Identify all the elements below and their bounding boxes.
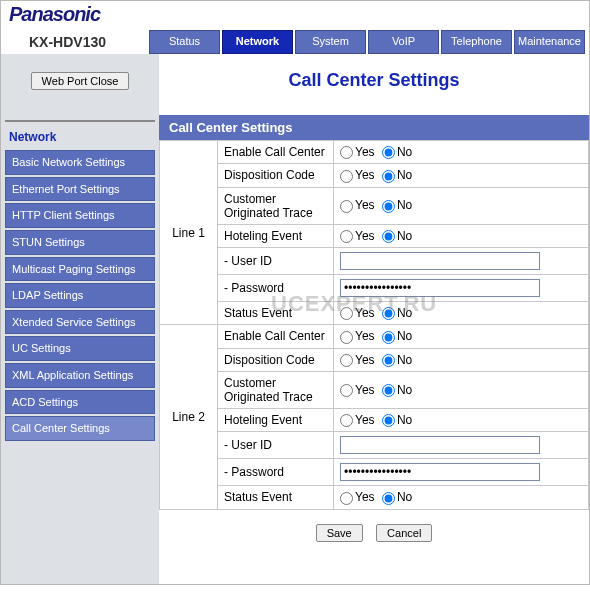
field-status_event: Yes No — [334, 301, 589, 324]
label-enable_call_center: Enable Call Center — [218, 141, 334, 164]
sidebar-item-xml-application-settings[interactable]: XML Application Settings — [5, 363, 155, 388]
label-user_id: - User ID — [218, 247, 334, 274]
tab-voip[interactable]: VoIP — [368, 30, 439, 54]
radio-no-label: No — [397, 168, 412, 182]
line-label-2: Line 2 — [160, 325, 218, 509]
radio-yes-enable_call_center[interactable] — [340, 146, 353, 159]
radio-yes-label: Yes — [355, 229, 375, 243]
field-disposition_code: Yes No — [334, 164, 589, 187]
label-hoteling_event: Hoteling Event — [218, 224, 334, 247]
sidebar-item-multicast-paging-settings[interactable]: Multicast Paging Settings — [5, 257, 155, 282]
label-status_event: Status Event — [218, 486, 334, 509]
sidebar-item-basic-network-settings[interactable]: Basic Network Settings — [5, 150, 155, 175]
label-disposition_code: Disposition Code — [218, 348, 334, 371]
sidebar-title: Network — [1, 130, 159, 150]
web-port-close-button[interactable]: Web Port Close — [31, 72, 130, 90]
radio-no-disposition_code[interactable] — [382, 170, 395, 183]
tab-maintenance[interactable]: Maintenance — [514, 30, 585, 54]
sidebar-item-http-client-settings[interactable]: HTTP Client Settings — [5, 203, 155, 228]
field-enable_call_center: Yes No — [334, 325, 589, 348]
radio-no-enable_call_center[interactable] — [382, 146, 395, 159]
radio-yes-status_event[interactable] — [340, 492, 353, 505]
radio-no-label: No — [397, 229, 412, 243]
label-user_id: - User ID — [218, 432, 334, 459]
sidebar-item-uc-settings[interactable]: UC Settings — [5, 336, 155, 361]
sidebar-item-ethernet-port-settings[interactable]: Ethernet Port Settings — [5, 177, 155, 202]
radio-yes-label: Yes — [355, 490, 375, 504]
field-hoteling_event: Yes No — [334, 224, 589, 247]
radio-yes-hoteling_event[interactable] — [340, 414, 353, 427]
sidebar: Web Port Close Network Basic Network Set… — [1, 54, 159, 584]
radio-no-hoteling_event[interactable] — [382, 230, 395, 243]
sidebar-nav: Basic Network SettingsEthernet Port Sett… — [1, 150, 159, 441]
radio-yes-label: Yes — [355, 329, 375, 343]
label-customer_originated_trace: Customer Originated Trace — [218, 187, 334, 224]
password-input-line1[interactable] — [340, 279, 540, 297]
userid-input-line2[interactable] — [340, 436, 540, 454]
radio-no-customer_originated_trace[interactable] — [382, 200, 395, 213]
radio-yes-hoteling_event[interactable] — [340, 230, 353, 243]
radio-no-enable_call_center[interactable] — [382, 331, 395, 344]
userid-input-line1[interactable] — [340, 252, 540, 270]
section-header: Call Center Settings — [159, 115, 589, 140]
radio-no-label: No — [397, 353, 412, 367]
tab-network[interactable]: Network — [222, 30, 293, 54]
tab-telephone[interactable]: Telephone — [441, 30, 512, 54]
radio-no-label: No — [397, 413, 412, 427]
radio-no-label: No — [397, 306, 412, 320]
radio-yes-label: Yes — [355, 413, 375, 427]
radio-yes-customer_originated_trace[interactable] — [340, 200, 353, 213]
sidebar-item-acd-settings[interactable]: ACD Settings — [5, 390, 155, 415]
radio-no-label: No — [397, 198, 412, 212]
radio-yes-label: Yes — [355, 145, 375, 159]
top-tabs: StatusNetworkSystemVoIPTelephoneMaintena… — [149, 30, 589, 54]
radio-yes-disposition_code[interactable] — [340, 354, 353, 367]
sidebar-item-ldap-settings[interactable]: LDAP Settings — [5, 283, 155, 308]
sidebar-item-stun-settings[interactable]: STUN Settings — [5, 230, 155, 255]
radio-yes-label: Yes — [355, 168, 375, 182]
radio-no-label: No — [397, 145, 412, 159]
main-content: Call Center Settings Call Center Setting… — [159, 54, 589, 584]
model-label: KX-HDV130 — [1, 30, 149, 54]
field-disposition_code: Yes No — [334, 348, 589, 371]
save-button[interactable]: Save — [316, 524, 363, 542]
password-input-line2[interactable] — [340, 463, 540, 481]
field-enable_call_center: Yes No — [334, 141, 589, 164]
field-customer_originated_trace: Yes No — [334, 187, 589, 224]
radio-yes-status_event[interactable] — [340, 307, 353, 320]
radio-no-customer_originated_trace[interactable] — [382, 384, 395, 397]
radio-yes-label: Yes — [355, 353, 375, 367]
radio-yes-enable_call_center[interactable] — [340, 331, 353, 344]
field-hoteling_event: Yes No — [334, 408, 589, 431]
brand-logo: Panasonic — [9, 1, 100, 26]
page-title: Call Center Settings — [159, 54, 589, 115]
radio-yes-customer_originated_trace[interactable] — [340, 384, 353, 397]
line-label-1: Line 1 — [160, 141, 218, 325]
sidebar-separator — [5, 120, 155, 122]
label-password: - Password — [218, 274, 334, 301]
radio-yes-label: Yes — [355, 306, 375, 320]
label-disposition_code: Disposition Code — [218, 164, 334, 187]
radio-no-disposition_code[interactable] — [382, 354, 395, 367]
sidebar-item-call-center-settings[interactable]: Call Center Settings — [5, 416, 155, 441]
field-status_event: Yes No — [334, 486, 589, 509]
tab-status[interactable]: Status — [149, 30, 220, 54]
radio-no-status_event[interactable] — [382, 492, 395, 505]
radio-no-label: No — [397, 490, 412, 504]
cancel-button[interactable]: Cancel — [376, 524, 432, 542]
radio-yes-label: Yes — [355, 198, 375, 212]
radio-no-status_event[interactable] — [382, 307, 395, 320]
label-password: - Password — [218, 459, 334, 486]
radio-no-label: No — [397, 329, 412, 343]
label-enable_call_center: Enable Call Center — [218, 325, 334, 348]
label-hoteling_event: Hoteling Event — [218, 408, 334, 431]
radio-no-hoteling_event[interactable] — [382, 414, 395, 427]
radio-no-label: No — [397, 383, 412, 397]
field-customer_originated_trace: Yes No — [334, 371, 589, 408]
radio-yes-label: Yes — [355, 383, 375, 397]
radio-yes-disposition_code[interactable] — [340, 170, 353, 183]
sidebar-item-xtended-service-settings[interactable]: Xtended Service Settings — [5, 310, 155, 335]
settings-table: Line 1Enable Call CenterYes NoDispositio… — [159, 140, 589, 510]
tab-system[interactable]: System — [295, 30, 366, 54]
label-status_event: Status Event — [218, 301, 334, 324]
